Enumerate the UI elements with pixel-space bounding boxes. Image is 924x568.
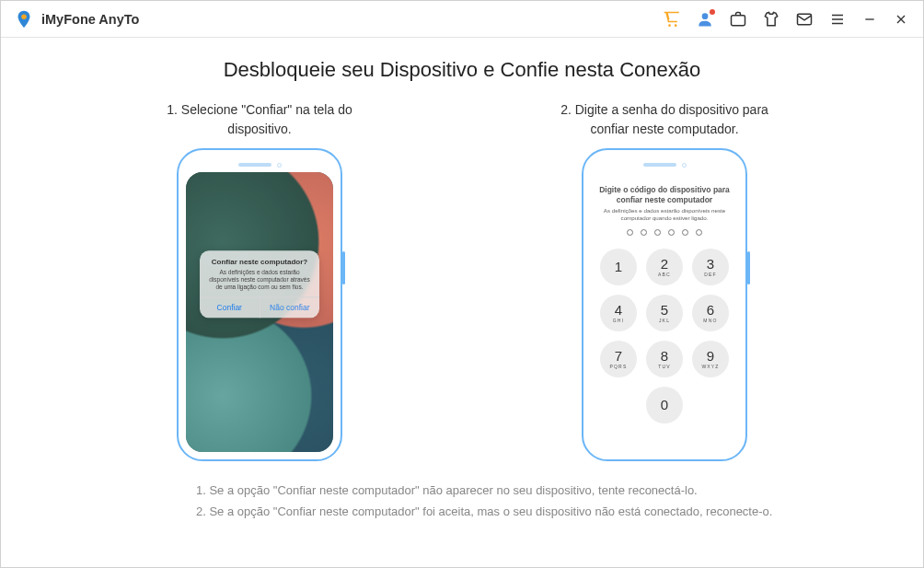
passcode-title: Digite o código do dispositivo para conf… xyxy=(598,185,731,204)
phone-1-screen: Confiar neste computador? As definições … xyxy=(186,172,333,452)
keypad-key-0[interactable]: 0 xyxy=(646,387,683,423)
account-icon[interactable] xyxy=(695,9,715,29)
tshirt-icon[interactable] xyxy=(761,9,781,29)
cart-icon[interactable] xyxy=(662,9,682,29)
phone-mock-2: Digite o código do dispositivo para conf… xyxy=(582,148,747,461)
keypad-key-7[interactable]: 7PQRS xyxy=(600,341,637,377)
keypad-key-6[interactable]: 6MNO xyxy=(692,295,729,331)
passcode-dots xyxy=(598,229,731,236)
brand: iMyFone AnyTo xyxy=(14,9,139,29)
dialog-buttons: Confiar Não confiar xyxy=(200,296,319,318)
step-1-text: 1. Selecione "Confiar" na tela do dispos… xyxy=(140,100,379,139)
page-title: Desbloqueie seu Dispositivo e Confie nes… xyxy=(38,58,886,82)
svg-point-0 xyxy=(21,14,27,19)
svg-point-1 xyxy=(668,24,671,27)
keypad-blank xyxy=(692,387,729,423)
phone-2-screen: Digite o código do dispositivo para conf… xyxy=(591,172,738,452)
dialog-title: Confiar neste computador? xyxy=(207,258,312,266)
titlebar-actions xyxy=(662,9,910,29)
trust-dialog: Confiar neste computador? As definições … xyxy=(200,250,319,318)
svg-point-2 xyxy=(675,24,677,27)
keypad-key-5[interactable]: 5JKL xyxy=(646,295,683,331)
keypad-key-9[interactable]: 9WXYZ xyxy=(692,341,729,377)
passcode-wrapper: Digite o código do dispositivo para conf… xyxy=(591,172,738,452)
keypad-key-4[interactable]: 4GHI xyxy=(600,295,637,331)
dialog-body: As definições e dados estarão disponívei… xyxy=(207,269,312,291)
passcode-sub: As definições e dados estarão disponívei… xyxy=(598,207,731,222)
phone-notch xyxy=(186,157,333,172)
menu-icon[interactable] xyxy=(827,9,848,29)
dialog-dont-trust-button[interactable]: Não confiar xyxy=(260,297,320,318)
close-button[interactable] xyxy=(892,12,910,27)
app-name: iMyFone AnyTo xyxy=(41,12,139,27)
phone-mock-1: Confiar neste computador? As definições … xyxy=(177,148,342,461)
keypad-key-8[interactable]: 8TUV xyxy=(646,341,683,377)
titlebar: iMyFone AnyTo xyxy=(1,1,923,38)
app-logo-icon xyxy=(14,9,34,29)
steps-row: 1. Selecione "Confiar" na tela do dispos… xyxy=(38,100,886,461)
keypad-blank xyxy=(600,387,637,423)
note-1: 1. Se a opção "Confiar neste computador"… xyxy=(196,480,886,501)
keypad-key-3[interactable]: 3DEF xyxy=(692,249,729,285)
briefcase-icon[interactable] xyxy=(728,9,748,29)
step-1: 1. Selecione "Confiar" na tela do dispos… xyxy=(140,100,379,461)
note-2: 2. Se a opção "Confiar neste computador"… xyxy=(196,501,886,522)
svg-rect-4 xyxy=(732,15,745,25)
main-content: Desbloqueie seu Dispositivo e Confie nes… xyxy=(1,38,923,523)
step-2: 2. Digite a senha do dispositivo para co… xyxy=(545,100,784,461)
phone-notch xyxy=(591,157,738,172)
mail-icon[interactable] xyxy=(794,9,814,29)
keypad: 12ABC3DEF4GHI5JKL6MNO7PQRS8TUV9WXYZ0 xyxy=(598,249,731,423)
svg-point-3 xyxy=(702,13,709,19)
dialog-trust-button[interactable]: Confiar xyxy=(200,297,260,318)
keypad-key-2[interactable]: 2ABC xyxy=(646,249,683,285)
keypad-key-1[interactable]: 1 xyxy=(600,249,637,285)
minimize-button[interactable] xyxy=(860,12,879,27)
step-2-text: 2. Digite a senha do dispositivo para co… xyxy=(545,100,784,139)
footer-notes: 1. Se a opção "Confiar neste computador"… xyxy=(38,480,886,523)
